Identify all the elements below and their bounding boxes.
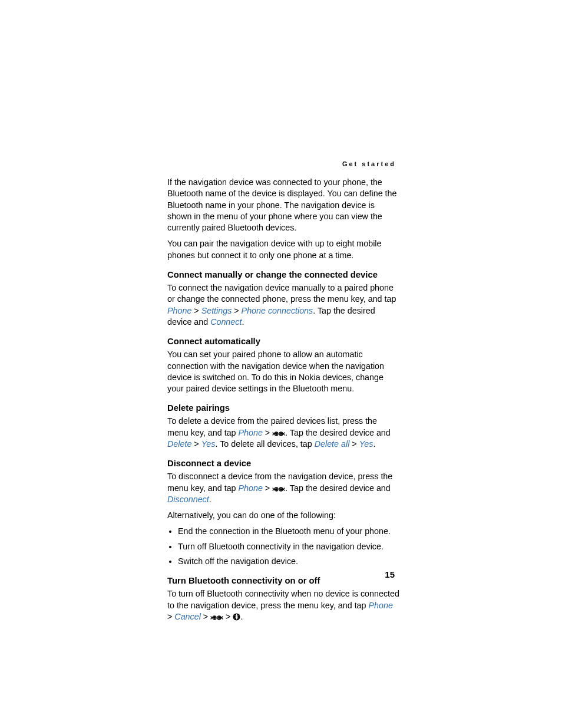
page-number: 15: [385, 569, 395, 579]
list-item: Switch off the navigation device.: [178, 556, 400, 567]
connection-icon: [272, 429, 285, 437]
separator: >: [191, 306, 201, 315]
text: . Tap the desired device and: [285, 428, 391, 437]
ui-link-phone: Phone: [369, 601, 393, 610]
ui-link-delete: Delete: [167, 439, 191, 449]
list-item: End the connection in the Bluetooth menu…: [178, 526, 400, 537]
connection-icon: [272, 485, 285, 493]
paragraph: To disconnect a device from the navigati…: [167, 471, 400, 505]
ui-link-disconnect: Disconnect: [167, 495, 209, 504]
ui-link-yes: Yes: [359, 439, 373, 449]
svg-point-0: [275, 433, 277, 435]
page-content: If the navigation device was connected t…: [167, 177, 400, 627]
text: .: [242, 317, 244, 327]
running-header: Get started: [342, 160, 396, 167]
bullet-list: End the connection in the Bluetooth menu…: [167, 526, 400, 567]
paragraph: If the navigation device was connected t…: [167, 177, 400, 233]
ui-link-connect: Connect: [210, 317, 242, 327]
heading-connect-manually: Connect manually or change the connected…: [167, 269, 400, 281]
ui-link-phone: Phone: [167, 306, 191, 315]
text: .: [240, 612, 243, 621]
separator: >: [167, 612, 174, 621]
ui-link-phone: Phone: [239, 428, 263, 437]
ui-link-cancel: Cancel: [174, 612, 201, 621]
ui-link-yes: Yes: [201, 439, 216, 449]
paragraph: You can set your paired phone to allow a…: [167, 349, 400, 394]
text: To connect the navigation device manuall…: [167, 283, 396, 304]
text: . To delete all devices, tap: [215, 439, 314, 449]
separator: >: [263, 428, 272, 437]
ui-link-phone-connections: Phone connections: [242, 306, 313, 315]
text: To turn off Bluetooth connectivity when …: [167, 589, 399, 610]
ui-link-delete-all: Delete all: [315, 439, 350, 449]
list-item: Turn off Bluetooth connectivity in the n…: [178, 541, 400, 552]
heading-disconnect-device: Disconnect a device: [167, 458, 400, 470]
ui-link-phone: Phone: [239, 483, 263, 493]
text: .: [373, 439, 375, 449]
paragraph: To turn off Bluetooth connectivity when …: [167, 588, 400, 622]
paragraph: To delete a device from the paired devic…: [167, 416, 400, 450]
separator: >: [191, 439, 201, 449]
separator: >: [263, 483, 272, 493]
separator: >: [349, 439, 359, 449]
separator: >: [223, 612, 233, 621]
svg-point-2: [275, 488, 277, 490]
separator: >: [232, 306, 241, 315]
bluetooth-icon: [233, 612, 240, 620]
paragraph: To connect the navigation device manuall…: [167, 282, 400, 328]
connection-icon: [210, 613, 223, 621]
text: . Tap the desired device and: [285, 483, 391, 493]
svg-point-4: [213, 617, 216, 619]
svg-point-5: [218, 617, 220, 619]
heading-connect-automatically: Connect automatically: [167, 336, 400, 348]
heading-delete-pairings: Delete pairings: [167, 403, 400, 414]
svg-point-3: [280, 488, 282, 490]
ui-link-settings: Settings: [201, 306, 232, 315]
text: .: [209, 495, 211, 504]
svg-point-1: [280, 433, 282, 435]
paragraph: Alternatively, you can do one of the fol…: [167, 510, 400, 521]
heading-bluetooth-on-off: Turn Bluetooth connectivity on or off: [167, 575, 400, 587]
separator: >: [201, 612, 210, 621]
paragraph: You can pair the navigation device with …: [167, 238, 400, 261]
